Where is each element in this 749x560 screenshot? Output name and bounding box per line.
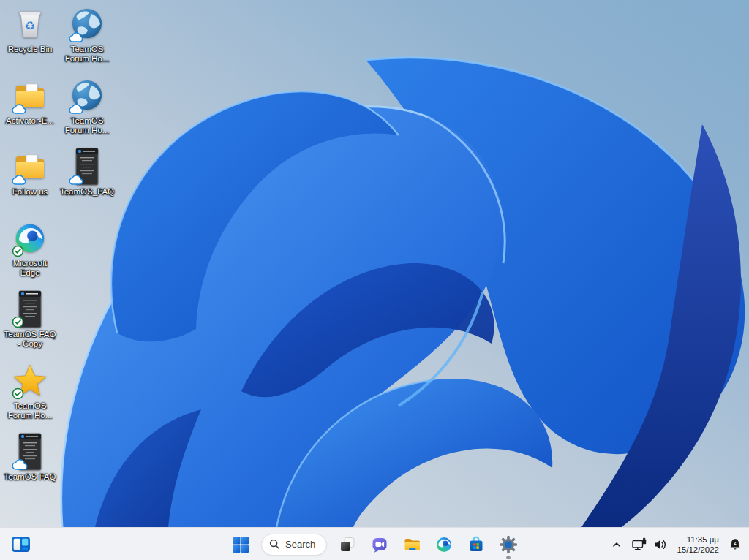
desktop-icon-label: TeamOS FAQ: [4, 472, 56, 482]
internet-shortcut-globe-icon: [68, 6, 106, 42]
store-icon: [467, 536, 485, 553]
search-label: Search: [285, 539, 315, 550]
edge-icon: [435, 536, 453, 553]
svg-text:♻: ♻: [25, 19, 36, 32]
desktop-icon-label: Activator-E...: [6, 116, 54, 126]
folder-icon: [11, 77, 49, 114]
desktop-icon-recycle-bin[interactable]: ♻ Recycle Bin: [2, 6, 58, 54]
desktop-icon-teamos-forum-home-2[interactable]: TeamOS Forum Ho...: [59, 77, 115, 135]
edge-taskbar-button[interactable]: [429, 530, 459, 559]
edge-browser-icon: [11, 220, 49, 257]
text-document-icon: [68, 148, 106, 185]
recycle-bin-icon: ♻: [11, 6, 49, 42]
desktop-icon-follow-us[interactable]: Follow us: [2, 148, 58, 197]
cloud-status-icon: [69, 175, 83, 186]
start-button[interactable]: [226, 530, 255, 559]
desktop-icon-teamos-faq-txt[interactable]: TeamOS_FAQ: [59, 148, 115, 197]
network-volume-button[interactable]: [628, 530, 671, 559]
network-ethernet-icon: [631, 537, 647, 552]
desktop-icon-label: TeamOS FAQ - Copy: [2, 330, 58, 349]
desktop-icon-activator[interactable]: Activator-E...: [2, 77, 58, 126]
widgets-icon: [11, 534, 31, 554]
widgets-button[interactable]: [6, 530, 35, 559]
text-document-icon: [11, 291, 49, 328]
volume-icon: [652, 537, 668, 552]
tray-date: 15/12/2022: [677, 545, 719, 555]
task-view-button[interactable]: [333, 530, 362, 559]
chat-button[interactable]: [365, 530, 394, 559]
desktop-icon-label: TeamOS Forum Ho...: [59, 45, 115, 64]
tray-time: 11:35 μμ: [677, 534, 719, 545]
desktop-icon-label: Follow us: [12, 187, 48, 197]
microsoft-store-button[interactable]: [462, 530, 491, 559]
desktop: ♻ Recycle Bin: [0, 0, 749, 527]
clock-button[interactable]: 11:35 μμ 15/12/2022: [671, 534, 724, 555]
desktop-icon-teamos-faq-copy[interactable]: TeamOS FAQ - Copy: [2, 291, 58, 349]
cloud-status-icon: [12, 175, 26, 186]
chevron-up-icon: [611, 540, 622, 550]
synced-check-icon: [12, 387, 24, 400]
star-favorite-icon: [11, 363, 49, 399]
folder-icon: [11, 148, 49, 185]
synced-check-icon: [12, 245, 24, 257]
synced-check-icon: [12, 316, 24, 328]
desktop-icon-teamos-faq[interactable]: TeamOS FAQ: [2, 434, 58, 482]
windows-desktop-screen: ♻ Recycle Bin: [0, 0, 749, 560]
cloud-status-icon: [69, 32, 83, 43]
search-icon: [269, 539, 280, 550]
running-indicator: [506, 556, 511, 559]
notification-bell-button[interactable]: z: [724, 530, 746, 559]
file-explorer-button[interactable]: [397, 530, 426, 559]
svg-text:z: z: [734, 540, 737, 545]
file-explorer-icon: [403, 535, 421, 553]
desktop-icon-teamos-forum-home-star[interactable]: TeamOS Forum Ho...: [2, 363, 58, 420]
desktop-icon-label: TeamOS Forum Ho...: [59, 116, 115, 135]
search-box[interactable]: Search: [261, 534, 327, 556]
settings-button[interactable]: [494, 530, 523, 559]
internet-shortcut-globe-icon: [68, 77, 106, 114]
settings-gear-icon: [499, 535, 518, 554]
task-view-icon: [339, 536, 356, 553]
taskbar: Search: [0, 527, 749, 560]
chat-icon: [371, 536, 388, 553]
desktop-icon-label: Microsoft Edge: [2, 259, 58, 278]
bell-do-not-disturb-icon: z: [728, 537, 742, 553]
cloud-status-icon: [69, 104, 83, 115]
tray-chevron-button[interactable]: [606, 530, 628, 559]
windows-logo-icon: [232, 536, 249, 553]
desktop-icon-label: TeamOS Forum Ho...: [2, 401, 58, 420]
cloud-status-icon: [12, 459, 28, 471]
desktop-icon-label: Recycle Bin: [8, 45, 53, 54]
text-document-icon: [11, 434, 49, 470]
desktop-icon-label: TeamOS_FAQ: [60, 187, 114, 197]
cloud-status-icon: [12, 104, 26, 115]
desktop-icon-teamos-forum-home-1[interactable]: TeamOS Forum Ho...: [59, 6, 115, 64]
desktop-icon-microsoft-edge[interactable]: Microsoft Edge: [2, 220, 58, 278]
